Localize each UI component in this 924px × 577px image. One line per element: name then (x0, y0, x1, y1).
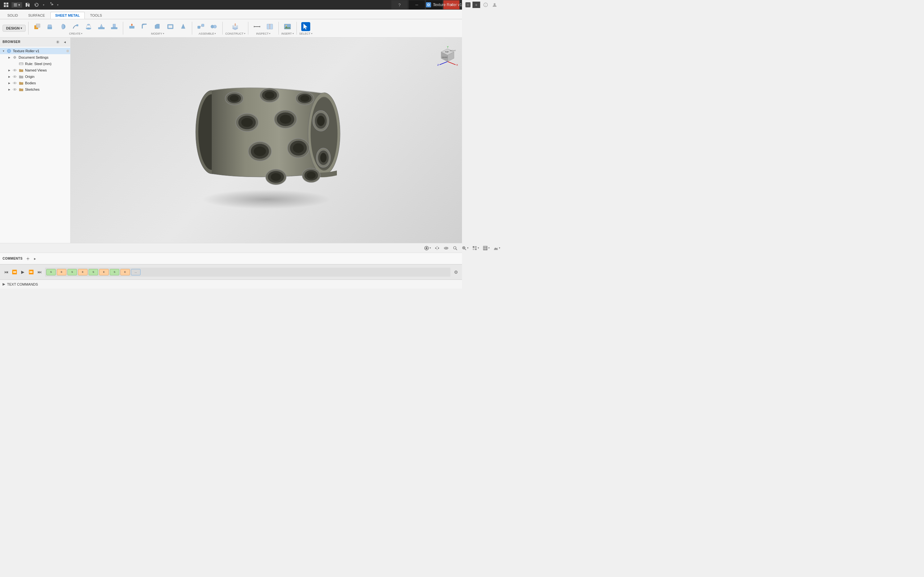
insert-group: INSERT ▾ (281, 21, 294, 35)
sketches-toggle[interactable]: ▶ (7, 87, 11, 92)
fillet-button[interactable] (139, 21, 151, 32)
svg-rect-29 (113, 24, 115, 27)
undo-dropdown[interactable]: ▾ (42, 1, 45, 8)
measure-button[interactable] (251, 21, 263, 32)
loft-button[interactable] (82, 21, 95, 32)
sweep-button[interactable] (69, 21, 82, 32)
select-group: SELECT ▾ (299, 21, 312, 35)
timeline-item-7[interactable]: S (110, 269, 120, 276)
timeline-item-3[interactable]: S (67, 269, 77, 276)
orientation-cube[interactable]: Y X Z RIGHT FRONT TOP (436, 44, 456, 63)
tree-item-sketches[interactable]: ▶ Sketches (0, 86, 70, 93)
doc-settings-toggle[interactable]: ▶ (7, 55, 11, 60)
inspect-dropdown[interactable]: ▾ (269, 32, 270, 35)
svg-rect-16 (48, 25, 51, 27)
viewport[interactable]: Y X Z RIGHT FRONT TOP (71, 37, 462, 243)
bodies-toggle[interactable]: ▶ (7, 81, 11, 85)
inspect-group: INSPECT ▾ (251, 21, 276, 35)
timeline-prev-button[interactable]: ⏪ (11, 269, 18, 276)
app-grid-button[interactable] (3, 1, 10, 8)
pan-button[interactable] (433, 245, 441, 251)
modify-dropdown[interactable]: ▾ (163, 32, 164, 35)
construct-buttons (229, 21, 241, 32)
toolbar-area: SOLID SURFACE SHEET METAL TOOLS DESIGN ▾ (0, 10, 462, 37)
rib-button[interactable] (95, 21, 107, 32)
zoom-dropdown-button[interactable]: ▾ (460, 245, 462, 251)
timeline-next-button[interactable]: ⏩ (27, 269, 35, 276)
sep2 (123, 22, 123, 35)
timeline-item-2[interactable]: E (57, 269, 66, 276)
assemble-joint-icon (209, 22, 218, 31)
tree-item-rule[interactable]: ▶ Rule: Steel (mm) (0, 61, 70, 67)
extrude-button[interactable] (44, 21, 56, 32)
save-button[interactable] (24, 1, 31, 8)
tab-tools[interactable]: TOOLS (86, 12, 107, 19)
bodies-eye-icon (12, 81, 17, 85)
browser-settings-button[interactable] (55, 39, 61, 45)
svg-rect-2 (4, 5, 6, 7)
timeline-controls: ⏮ ⏪ ▶ ⏩ ⏭ (3, 269, 43, 276)
svg-point-71 (14, 82, 15, 84)
construct-plane-button[interactable] (229, 21, 241, 32)
assemble-joint-button[interactable] (208, 21, 220, 32)
press-pull-button[interactable] (126, 21, 138, 32)
timeline-last-button[interactable]: ⏭ (36, 269, 43, 276)
tree-item-root[interactable]: ▼ Texture Roller v1 (0, 48, 70, 54)
tree-item-bodies[interactable]: ▶ Bodies (0, 80, 70, 86)
web-button[interactable] (108, 21, 120, 32)
tree-item-doc-settings[interactable]: ▶ Document Settings (0, 54, 70, 61)
design-mode-button[interactable]: DESIGN ▾ (3, 25, 26, 32)
minimize-button[interactable]: ─ (409, 0, 425, 9)
undo-button[interactable] (33, 1, 40, 8)
tab-sheet-metal[interactable]: SHEET METAL (50, 12, 85, 19)
svg-point-42 (213, 25, 216, 28)
timeline-item-4[interactable]: E (78, 269, 87, 276)
redo-dropdown[interactable]: ▾ (56, 1, 59, 8)
insert-image-button[interactable] (281, 21, 294, 32)
zoom-fit-button[interactable] (451, 245, 459, 251)
timeline-item-6[interactable]: E (99, 269, 109, 276)
chamfer-button[interactable] (152, 21, 164, 32)
inspect-label-row: INSPECT ▾ (256, 32, 270, 35)
comments-expand-button[interactable]: ▸ (32, 256, 38, 261)
create-dropdown[interactable]: ▾ (81, 32, 82, 35)
assemble-button[interactable] (195, 21, 207, 32)
timeline-item-1[interactable]: S (46, 269, 56, 276)
origin-toggle[interactable]: ▶ (7, 74, 11, 79)
shell-button[interactable] (164, 21, 176, 32)
sketches-folder-icon (19, 87, 24, 92)
timeline-item-9[interactable]: ... (131, 269, 141, 276)
select-button[interactable] (300, 21, 312, 32)
svg-point-56 (286, 25, 287, 26)
tree-item-origin[interactable]: ▶ Origin (0, 73, 70, 80)
browser-collapse-button[interactable]: ◂ (62, 39, 68, 45)
comments-settings-button[interactable] (25, 256, 31, 261)
new-component-button[interactable] (31, 21, 43, 32)
timeline-first-button[interactable]: ⏮ (3, 269, 10, 276)
tab-solid[interactable]: SOLID (3, 12, 23, 19)
select-dropdown[interactable]: ▾ (311, 32, 312, 35)
revolve-button[interactable] (57, 21, 69, 32)
construct-dropdown[interactable]: ▾ (244, 32, 246, 35)
assemble-dropdown[interactable]: ▾ (215, 32, 216, 35)
look-at-button[interactable]: ▾ (423, 245, 432, 251)
loft-icon (84, 22, 93, 31)
redo-button[interactable] (47, 1, 54, 8)
svg-marker-58 (304, 24, 307, 29)
tree-item-named-views[interactable]: ▶ Named Views (0, 67, 70, 73)
svg-text:X: X (456, 63, 458, 66)
timeline-settings-button[interactable]: ⚙ (452, 269, 459, 276)
orbit-button[interactable] (443, 245, 450, 251)
draft-button[interactable] (177, 21, 189, 32)
insert-dropdown[interactable]: ▾ (292, 32, 294, 35)
timeline-item-5[interactable]: S (89, 269, 98, 276)
named-views-toggle[interactable]: ▶ (7, 68, 11, 73)
timeline-item-8[interactable]: E (120, 269, 130, 276)
timeline-play-button[interactable]: ▶ (19, 269, 26, 276)
inspect-section-button[interactable] (264, 21, 276, 32)
help-button[interactable]: ? (391, 0, 407, 9)
timeline-track[interactable]: S E S E S E S E ... (45, 268, 451, 277)
doc-menu-button[interactable]: ▾ (11, 2, 22, 8)
tab-surface[interactable]: SURFACE (23, 12, 50, 19)
root-toggle[interactable]: ▼ (1, 49, 6, 53)
